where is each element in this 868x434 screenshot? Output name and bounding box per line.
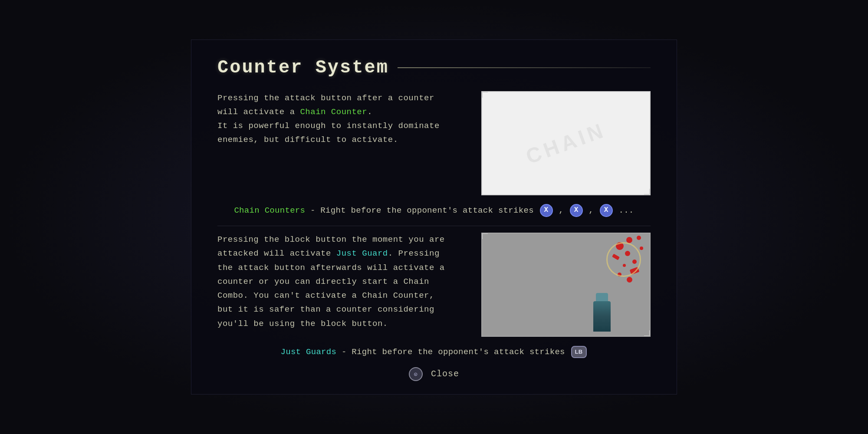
- chain-counters-desc: - Right before the opponent's attack str…: [310, 206, 539, 215]
- just-guard-image: [481, 233, 651, 337]
- close-icon: ⊙: [409, 367, 423, 381]
- just-guard-description: Pressing the block button the moment you…: [217, 233, 464, 331]
- button-lb: LB: [571, 346, 587, 358]
- chain-counters-caption: Chain Counters - Right before the oppone…: [217, 204, 651, 217]
- character-sprite: [559, 245, 637, 332]
- close-row: ⊙ Close: [217, 367, 651, 381]
- background: Counter System Pressing the attack butto…: [0, 0, 868, 434]
- title-row: Counter System: [217, 57, 651, 78]
- section-chain-counter: Pressing the attack button after a count…: [217, 91, 651, 195]
- close-label[interactable]: Close: [431, 369, 459, 379]
- main-panel: Counter System Pressing the attack butto…: [191, 39, 677, 395]
- chain-counter-description: Pressing the attack button after a count…: [217, 91, 464, 147]
- just-guard-term: Just Guard: [336, 249, 388, 258]
- chain-counter-image: CHAIN: [481, 91, 651, 195]
- just-guards-label: Just Guards: [280, 347, 336, 357]
- chain-counters-label: Chain Counters: [234, 206, 305, 215]
- divider: [217, 226, 651, 226]
- button-x-3: X: [600, 204, 613, 217]
- page-title: Counter System: [217, 57, 389, 78]
- comma-1: ,: [559, 206, 569, 215]
- section-just-guard: Pressing the block button the moment you…: [217, 233, 651, 337]
- just-guard-text-after: . Pressingthe attack button afterwards w…: [217, 249, 445, 328]
- just-guards-caption: Just Guards - Right before the opponent'…: [217, 345, 651, 358]
- button-x-1: X: [540, 204, 553, 217]
- blood-2: [637, 236, 641, 240]
- comma-2: ,: [589, 206, 598, 215]
- ellipsis: ...: [618, 206, 634, 215]
- blood-4: [640, 247, 643, 250]
- just-guards-desc: - Right before the opponent's attack str…: [342, 347, 570, 357]
- sprite-body: [593, 301, 611, 332]
- button-x-2: X: [570, 204, 583, 217]
- title-underline: [398, 67, 651, 68]
- image-watermark: CHAIN: [523, 118, 609, 168]
- chain-counter-term: Chain Counter: [300, 107, 367, 117]
